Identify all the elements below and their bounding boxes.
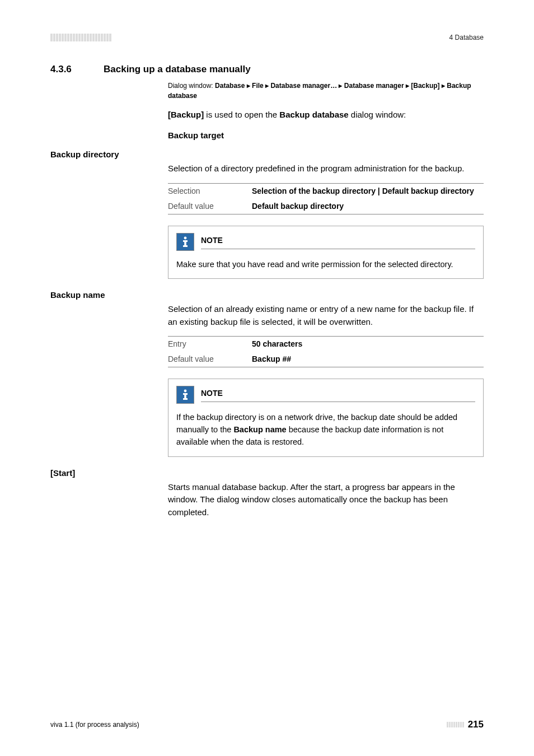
table-row: Selection Selection of the backup direct… bbox=[168, 183, 484, 199]
intro-t4: dialog window: bbox=[349, 110, 406, 119]
page-footer: viva 1.1 (for process analysis) 215 bbox=[50, 719, 484, 730]
note-t2: Backup name bbox=[233, 425, 286, 434]
page-header: 4 Database bbox=[50, 34, 484, 41]
kv-key: Default value bbox=[168, 199, 252, 214]
intro-para: [Backup] is used to open the Backup data… bbox=[168, 109, 484, 122]
info-icon bbox=[176, 386, 194, 404]
svg-point-0 bbox=[184, 236, 187, 239]
dialog-seg-4: Database manager bbox=[344, 82, 404, 90]
table-row: Entry 50 characters bbox=[168, 337, 484, 352]
intro-t3: Backup database bbox=[279, 110, 348, 119]
header-decor-bars bbox=[50, 34, 111, 41]
table-row: Default value Backup ## bbox=[168, 352, 484, 367]
table-row: Default value Default backup directory bbox=[168, 199, 484, 214]
kv-val: Default backup directory bbox=[252, 199, 484, 214]
kv-val: 50 characters bbox=[252, 337, 484, 352]
svg-rect-3 bbox=[183, 245, 188, 247]
note-body: If the backup directory is on a network … bbox=[176, 412, 475, 448]
note-box: NOTE Make sure that you have read and wr… bbox=[168, 226, 484, 279]
backup-directory-table: Selection Selection of the backup direct… bbox=[168, 183, 484, 214]
note-title: NOTE bbox=[201, 235, 475, 249]
svg-point-4 bbox=[184, 390, 187, 393]
footer-left: viva 1.1 (for process analysis) bbox=[50, 721, 139, 729]
kv-key: Selection bbox=[168, 183, 252, 199]
backup-name-label: Backup name bbox=[50, 290, 484, 300]
svg-rect-7 bbox=[183, 398, 188, 400]
kv-val: Selection of the backup directory | Defa… bbox=[252, 183, 484, 199]
dialog-path: Dialog window: Database ▸ File ▸ Databas… bbox=[168, 81, 484, 101]
backup-name-table: Entry 50 characters Default value Backup… bbox=[168, 336, 484, 367]
note-body: Make sure that you have read and write p… bbox=[176, 259, 475, 271]
footer-decor-bars: 215 bbox=[447, 719, 484, 730]
dialog-prefix: Dialog window: bbox=[168, 82, 215, 90]
intro-t1: [Backup] bbox=[168, 110, 204, 119]
start-desc: Starts manual database backup. After the… bbox=[168, 481, 484, 519]
kv-key: Default value bbox=[168, 352, 252, 367]
start-label: [Start] bbox=[50, 468, 484, 478]
kv-key: Entry bbox=[168, 337, 252, 352]
dialog-seg-1: Database bbox=[215, 82, 245, 90]
section-title: Backing up a database manually bbox=[104, 64, 251, 75]
backup-target-head: Backup target bbox=[168, 129, 484, 142]
header-chapter: 4 Database bbox=[449, 34, 484, 41]
dialog-seg-3: Database manager… bbox=[270, 82, 337, 90]
note-title: NOTE bbox=[201, 388, 475, 402]
backup-directory-desc: Selection of a directory predefined in t… bbox=[168, 162, 484, 175]
kv-val: Backup ## bbox=[252, 352, 484, 367]
intro-t2: is used to open the bbox=[204, 110, 279, 119]
dialog-seg-2: File bbox=[252, 82, 264, 90]
dialog-seg-5: [Backup] bbox=[411, 82, 439, 90]
note-box: NOTE If the backup directory is on a net… bbox=[168, 379, 484, 456]
section-heading: 4.3.6 Backing up a database manually bbox=[50, 64, 484, 75]
backup-name-desc: Selection of an already existing name or… bbox=[168, 303, 484, 328]
page-number: 215 bbox=[468, 719, 484, 730]
info-icon bbox=[176, 233, 194, 251]
section-number: 4.3.6 bbox=[50, 64, 87, 75]
backup-directory-label: Backup directory bbox=[50, 150, 484, 159]
